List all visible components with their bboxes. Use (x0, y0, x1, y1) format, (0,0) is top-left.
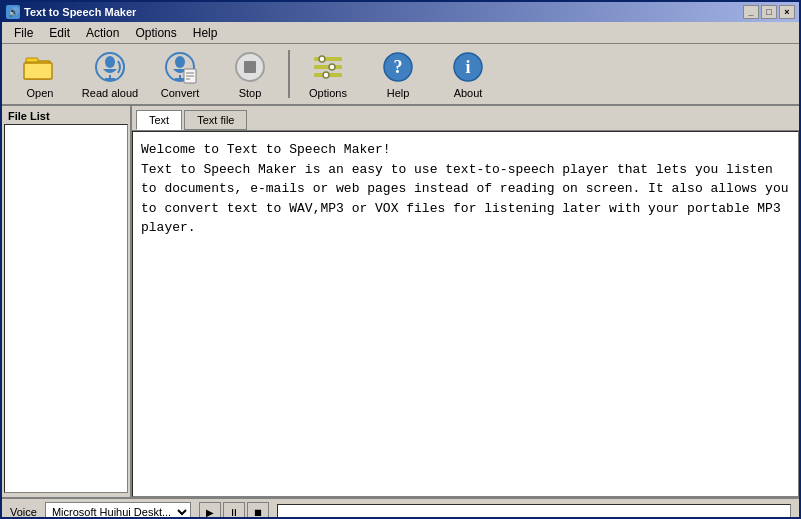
voice-label: Voice (10, 506, 37, 518)
toolbar: Open Read aloud (2, 44, 799, 106)
file-list-header: File List (4, 108, 128, 124)
about-icon: i (450, 49, 486, 85)
file-list-panel: File List (2, 106, 132, 497)
svg-text:i: i (465, 57, 470, 77)
svg-point-20 (319, 56, 325, 62)
readaloud-button[interactable]: Read aloud (76, 47, 144, 101)
readaloud-label: Read aloud (82, 87, 138, 99)
maximize-button[interactable]: □ (761, 5, 777, 19)
text-editor[interactable] (133, 132, 798, 496)
help-label: Help (387, 87, 410, 99)
convert-icon (162, 49, 198, 85)
close-button[interactable]: × (779, 5, 795, 19)
convert-button[interactable]: Convert (146, 47, 214, 101)
main-area: File List Text Text file (2, 106, 799, 497)
svg-rect-2 (24, 63, 52, 79)
svg-text:?: ? (394, 57, 403, 77)
file-list-content (4, 124, 128, 493)
convert-label: Convert (161, 87, 200, 99)
menu-bar: File Edit Action Options Help (2, 22, 799, 44)
options-label: Options (309, 87, 347, 99)
tab-textfile[interactable]: Text file (184, 110, 247, 130)
stop-button[interactable]: Stop (216, 47, 284, 101)
content-area: Text Text file (132, 106, 799, 497)
pause-button[interactable]: ⏸ (223, 502, 245, 519)
app-window: 🔊 Text to Speech Maker _ □ × File Edit A… (0, 0, 801, 519)
svg-rect-18 (314, 65, 342, 69)
svg-point-21 (329, 64, 335, 70)
help-icon: ? (380, 49, 416, 85)
stop-icon (232, 49, 268, 85)
stop-playback-button[interactable]: ⏹ (247, 502, 269, 519)
options-button[interactable]: Options (294, 47, 362, 101)
svg-point-4 (105, 56, 115, 68)
menu-help[interactable]: Help (185, 24, 226, 42)
minimize-button[interactable]: _ (743, 5, 759, 19)
bottom-bar: Voice Microsoft Huihui Deskt... Voice 2 … (2, 497, 799, 519)
window-controls: _ □ × (743, 5, 795, 19)
about-label: About (454, 87, 483, 99)
menu-options[interactable]: Options (127, 24, 184, 42)
svg-point-8 (175, 56, 185, 68)
about-button[interactable]: i About (434, 47, 502, 101)
open-button[interactable]: Open (6, 47, 74, 101)
tabs-bar: Text Text file (132, 106, 799, 131)
playback-controls: ▶ ⏸ ⏹ (199, 502, 269, 519)
svg-rect-17 (314, 57, 342, 61)
toolbar-separator (288, 50, 290, 98)
open-label: Open (27, 87, 54, 99)
title-bar-left: 🔊 Text to Speech Maker (6, 5, 136, 19)
options-icon (310, 49, 346, 85)
stop-label: Stop (239, 87, 262, 99)
help-button[interactable]: ? Help (364, 47, 432, 101)
tab-text[interactable]: Text (136, 110, 182, 130)
menu-file[interactable]: File (6, 24, 41, 42)
svg-rect-1 (26, 58, 38, 62)
voice-select[interactable]: Microsoft Huihui Deskt... Voice 2 Voice … (45, 502, 191, 519)
open-icon (22, 49, 58, 85)
readaloud-icon (92, 49, 128, 85)
title-bar: 🔊 Text to Speech Maker _ □ × (2, 2, 799, 22)
play-button[interactable]: ▶ (199, 502, 221, 519)
window-title: Text to Speech Maker (24, 6, 136, 18)
menu-edit[interactable]: Edit (41, 24, 78, 42)
svg-rect-16 (244, 61, 256, 73)
app-icon: 🔊 (6, 5, 20, 19)
text-area-container (132, 131, 799, 497)
svg-point-22 (323, 72, 329, 78)
menu-action[interactable]: Action (78, 24, 127, 42)
progress-bar[interactable] (277, 504, 791, 519)
